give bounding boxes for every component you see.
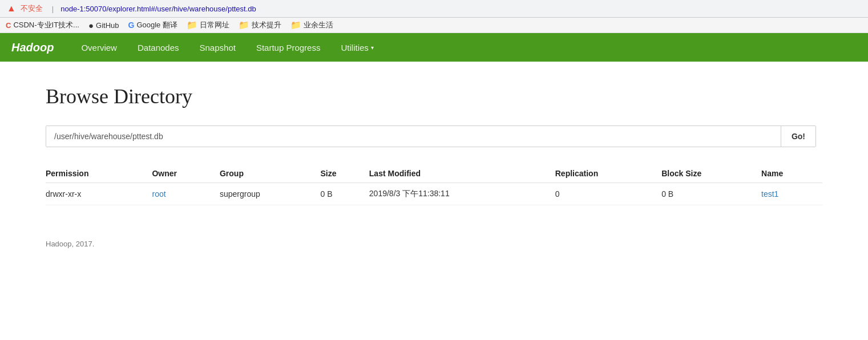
bookmark-translate-label: Google 翻译 (136, 20, 177, 30)
cell-group: supergroup (220, 183, 321, 205)
name-link[interactable]: test1 (761, 189, 778, 199)
url-bar[interactable]: node-1:50070/explorer.html#/user/hive/wa… (60, 5, 256, 13)
col-permission: Permission (46, 164, 152, 183)
cell-last-modified: 2019/8/3 下午11:38:11 (369, 183, 555, 205)
cell-block-size: 0 B (661, 183, 761, 205)
cell-owner: root (152, 183, 219, 205)
bookmark-tech[interactable]: 📁 技术提升 (239, 20, 281, 30)
bookmark-github[interactable]: ● GitHub (88, 21, 119, 30)
bookmark-csdn-label: CSDN-专业IT技术... (13, 20, 79, 30)
table-header-row: Permission Owner Group Size Last Modifie… (46, 164, 822, 183)
nav-utilities[interactable]: Utilities ▾ (330, 35, 383, 60)
path-input[interactable] (46, 126, 781, 147)
cell-name: test1 (761, 183, 822, 205)
col-size: Size (321, 164, 369, 183)
navbar-links: Overview Datanodes Snapshot Startup Prog… (71, 35, 383, 60)
path-row: Go! (46, 126, 816, 147)
bookmark-life-label: 业余生活 (304, 20, 333, 30)
github-icon: ● (88, 21, 94, 30)
go-button[interactable]: Go! (781, 126, 815, 147)
main-content: Browse Directory Go! Permission Owner Gr… (0, 62, 868, 222)
bookmark-csdn[interactable]: C CSDN-专业IT技术... (6, 20, 79, 30)
col-group: Group (220, 164, 321, 183)
browser-address-bar: ▲ 不安全 | node-1:50070/explorer.html#/user… (0, 0, 868, 18)
navbar-brand[interactable]: Hadoop (11, 41, 54, 54)
table-row: drwxr-xr-x root supergroup 0 B 2019/8/3 … (46, 183, 822, 205)
col-last-modified: Last Modified (369, 164, 555, 183)
folder-life-icon: 📁 (290, 20, 301, 30)
nav-datanodes[interactable]: Datanodes (127, 35, 189, 60)
bookmark-tech-label: 技术提升 (252, 20, 281, 30)
nav-startup-progress[interactable]: Startup Progress (246, 35, 331, 60)
translate-icon: G (128, 21, 134, 30)
col-block-size: Block Size (661, 164, 761, 183)
bookmark-github-label: GitHub (96, 21, 119, 30)
separator: | (52, 5, 54, 13)
folder-tech-icon: 📁 (239, 20, 249, 30)
bookmark-daily[interactable]: 📁 日常网址 (187, 20, 229, 30)
directory-table: Permission Owner Group Size Last Modifie… (46, 164, 822, 205)
col-name: Name (761, 164, 822, 183)
bookmark-daily-label: 日常网址 (200, 20, 229, 30)
bookmark-translate[interactable]: G Google 翻译 (128, 20, 177, 30)
csdn-icon: C (6, 21, 11, 30)
nav-overview[interactable]: Overview (71, 35, 127, 60)
bookmark-life[interactable]: 📁 业余生活 (290, 20, 333, 30)
col-replication: Replication (555, 164, 661, 183)
col-owner: Owner (152, 164, 219, 183)
insecure-label: 不安全 (21, 3, 43, 14)
footer-text: Hadoop, 2017. (46, 240, 94, 248)
warning-icon: ▲ (7, 3, 16, 14)
cell-permission: drwxr-xr-x (46, 183, 152, 205)
page-title: Browse Directory (46, 84, 822, 108)
footer: Hadoop, 2017. (0, 222, 868, 260)
nav-utilities-label: Utilities (341, 43, 368, 52)
folder-daily-icon: 📁 (187, 20, 197, 30)
cell-replication: 0 (555, 183, 661, 205)
bookmarks-bar: C CSDN-专业IT技术... ● GitHub G Google 翻译 📁 … (0, 18, 868, 33)
nav-snapshot[interactable]: Snapshot (189, 35, 246, 60)
dropdown-caret-icon: ▾ (371, 44, 374, 51)
navbar: Hadoop Overview Datanodes Snapshot Start… (0, 33, 868, 62)
cell-size: 0 B (321, 183, 369, 205)
